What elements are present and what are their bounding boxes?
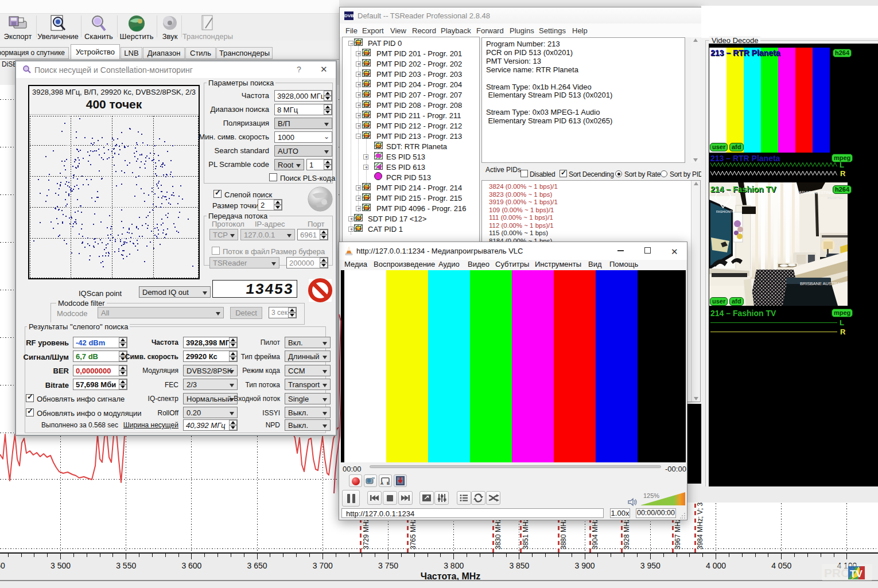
svg-text:3 700: 3 700 <box>313 561 333 570</box>
svg-text:3 650: 3 650 <box>247 561 267 570</box>
svg-text:3904 MHz;: 3904 MHz; <box>591 516 599 550</box>
svg-text:3 450: 3 450 <box>0 561 5 570</box>
svg-text:3 550: 3 550 <box>116 561 136 570</box>
svg-text:3 500: 3 500 <box>50 561 71 570</box>
svg-text:3967 MHz;: 3967 MHz; <box>674 516 682 550</box>
svg-text:TV: TV <box>850 568 863 579</box>
svg-text:3 800: 3 800 <box>444 561 464 570</box>
svg-text:B: B <box>387 481 390 485</box>
svg-text:3830 MHz;: 3830 MHz; <box>494 516 502 550</box>
svg-text:#SORTEL: #SORTEL <box>828 196 844 200</box>
svg-text:3 850: 3 850 <box>509 561 529 570</box>
svg-text:3928 MHz;: 3928 MHz; <box>623 516 631 550</box>
svg-text:PRO: PRO <box>824 566 850 579</box>
svg-text:3 750: 3 750 <box>378 561 398 570</box>
svg-text:4 000: 4 000 <box>706 561 726 570</box>
svg-text:4 050: 4 050 <box>771 561 791 570</box>
svg-text:3 900: 3 900 <box>575 561 595 570</box>
svg-text:Частота, MHz: Частота, MHz <box>421 571 481 581</box>
svg-text:3880 MHz;: 3880 MHz; <box>560 516 568 550</box>
svg-text:A: A <box>380 481 383 485</box>
svg-text:BRISBANE AUSTRALIA♀: BRISBANE AUSTRALIA♀ <box>800 281 848 286</box>
svg-text:FASHIONTV: FASHIONTV <box>716 210 735 213</box>
svg-text:3 950: 3 950 <box>640 561 661 570</box>
svg-text:3984 MHz; V; 339: 3984 MHz; V; 339 <box>696 494 704 550</box>
svg-text:3765 MHz;: 3765 MHz; <box>409 516 417 550</box>
svg-text:3851 MHz;: 3851 MHz; <box>522 516 530 550</box>
svg-text:3 600: 3 600 <box>181 561 201 570</box>
svg-text:3729 MHz;: 3729 MHz; <box>362 516 370 550</box>
